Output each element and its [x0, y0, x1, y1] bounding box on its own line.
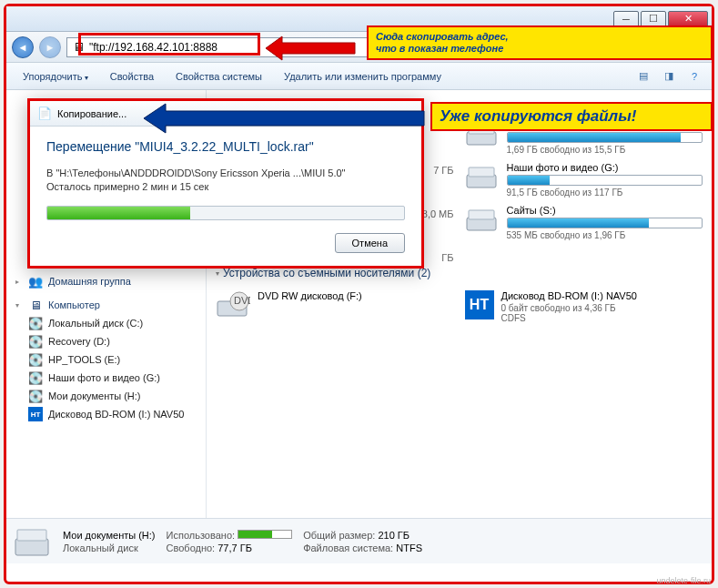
minimize-button[interactable]: ─ — [613, 11, 639, 27]
status-drive-name: Мои документы (H:) — [63, 530, 156, 541]
hdd-icon: 💽 — [28, 316, 43, 330]
dialog-path: В "H:\Телефоны\ANDDDROIDD\Sony Ericsson … — [46, 167, 405, 180]
hdd-icon: 💽 — [28, 352, 43, 367]
annotation-copying: Уже копируются файлы! — [430, 102, 713, 131]
svg-marker-12 — [144, 104, 424, 133]
sidebar-drive-d[interactable]: 💽Recovery (D:) — [6, 332, 206, 350]
homegroup-icon: 👥 — [28, 274, 43, 289]
help-icon[interactable]: ? — [684, 66, 704, 86]
close-button[interactable]: ✕ — [668, 11, 708, 27]
annotation-address: Сюда скопировать адрес, что в показан те… — [367, 25, 713, 60]
drive-bd[interactable]: HT Дисковод BD-ROM (I:) NAV500 байт своб… — [465, 290, 703, 323]
sidebar-homegroup[interactable]: 👥Домашняя группа — [6, 272, 206, 290]
svg-rect-10 — [17, 530, 46, 541]
status-bar: Мои документы (H:) Локальный диск Исполь… — [6, 518, 712, 563]
maximize-button[interactable]: ☐ — [641, 11, 666, 27]
bd-icon: HT — [28, 407, 43, 421]
drive-photos[interactable]: Наши фото и видео (G:)91,5 ГБ свободно и… — [465, 162, 703, 198]
preview-pane-icon[interactable]: ◨ — [659, 66, 679, 86]
forward-button[interactable]: ► — [39, 36, 61, 58]
system-properties-button[interactable]: Свойства системы — [167, 68, 271, 85]
svg-rect-9 — [15, 539, 48, 555]
sidebar-drive-c[interactable]: 💽Локальный диск (C:) — [6, 314, 206, 332]
view-icon[interactable]: ▤ — [633, 66, 653, 86]
status-drive-type: Локальный диск — [63, 542, 156, 553]
hdd-icon — [14, 524, 52, 559]
hdd-icon: 💽 — [28, 334, 43, 349]
sidebar-drive-e[interactable]: 💽HP_TOOLS (E:) — [6, 350, 206, 369]
svg-rect-3 — [469, 167, 494, 177]
copy-icon: 📄 — [37, 106, 52, 121]
toolbar: Упорядочить Свойства Свойства системы Уд… — [6, 63, 712, 90]
sidebar-drive-h[interactable]: 💽Мои документы (H:) — [6, 387, 206, 405]
blue-arrow-annotation — [144, 102, 426, 135]
uninstall-button[interactable]: Удалить или изменить программу — [275, 68, 450, 85]
sidebar-drive-g[interactable]: 💽Наши фото и видео (G:) — [6, 369, 206, 387]
dialog-time-remaining: Осталось примерно 2 мин и 15 сек — [46, 180, 405, 194]
hdd-icon — [465, 205, 500, 234]
cancel-button[interactable]: Отмена — [335, 233, 405, 253]
computer-icon: 🖥 — [28, 298, 43, 312]
address-highlight-annotation — [78, 33, 260, 56]
hdd-icon: 💽 — [28, 370, 43, 385]
svg-text:DVD: DVD — [234, 295, 250, 306]
drive-sites[interactable]: Сайты (S:)535 МБ свободно из 1,96 ГБ — [465, 205, 703, 240]
organize-button[interactable]: Упорядочить — [14, 68, 97, 85]
drive-dvd[interactable]: DVD DVD RW дисковод (F:) — [216, 290, 454, 323]
hdd-icon — [465, 162, 500, 191]
dvd-icon: DVD — [216, 290, 250, 319]
sidebar-drive-i[interactable]: HTДисковод BD-ROM (I:) NAV50 — [6, 405, 206, 423]
red-arrow-annotation — [266, 35, 357, 62]
dialog-heading: Перемещение "MIUI4_3.2.22_MULTI_lock.rar… — [46, 139, 405, 154]
progress-bar — [46, 206, 405, 220]
svg-rect-5 — [469, 210, 494, 219]
bd-icon: HT — [465, 290, 494, 319]
properties-button[interactable]: Свойства — [101, 68, 163, 85]
hdd-icon: 💽 — [28, 389, 43, 403]
watermark: undelete-file.ru — [656, 576, 711, 585]
progress-fill — [47, 207, 190, 219]
dialog-title-text: Копирование... — [57, 108, 126, 119]
back-button[interactable]: ◄ — [12, 36, 34, 58]
sidebar-computer[interactable]: 🖥Компьютер — [6, 296, 206, 314]
svg-marker-11 — [266, 36, 355, 60]
